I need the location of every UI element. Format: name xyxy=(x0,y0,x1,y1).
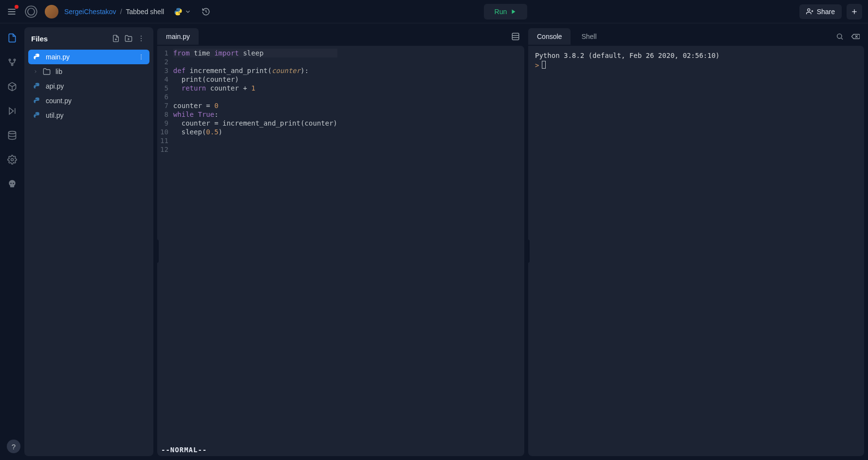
sidebar-nav xyxy=(0,23,24,460)
file-icon xyxy=(7,33,17,43)
notification-dot xyxy=(15,5,18,9)
history-icon xyxy=(202,7,210,16)
resize-handle-console[interactable] xyxy=(526,239,530,263)
svg-line-30 xyxy=(841,38,843,39)
code-area[interactable]: from time import sleep def increment_and… xyxy=(173,46,337,456)
gear-icon xyxy=(7,155,17,165)
help-button[interactable]: ? xyxy=(7,440,20,453)
file-item-util[interactable]: util.py xyxy=(28,108,149,123)
editor-tab-main[interactable]: main.py xyxy=(157,28,199,45)
clear-icon xyxy=(851,33,860,40)
files-title: Files xyxy=(31,35,109,43)
console-prompt: > xyxy=(535,61,539,69)
nav-packages[interactable] xyxy=(4,79,20,94)
tab-console[interactable]: Console xyxy=(528,28,571,45)
svg-rect-26 xyxy=(512,33,519,40)
file-item-api[interactable]: api.py xyxy=(28,79,149,93)
chevron-down-icon xyxy=(185,8,191,15)
svg-point-4 xyxy=(807,9,810,11)
svg-point-8 xyxy=(14,59,15,60)
python-file-icon xyxy=(33,53,41,61)
skull-icon xyxy=(7,179,17,189)
share-button[interactable]: Share xyxy=(799,4,842,19)
console-prompt-line: > xyxy=(535,60,857,70)
svg-point-7 xyxy=(9,59,10,60)
line-gutter: 123456789101112 xyxy=(157,46,173,456)
python-icon xyxy=(174,7,183,16)
nav-files[interactable] xyxy=(4,30,20,46)
console-search-button[interactable] xyxy=(834,31,846,42)
git-branch-icon xyxy=(7,57,17,67)
console-tabs: Console Shell xyxy=(528,27,864,46)
svg-point-20 xyxy=(141,36,142,37)
editor-body[interactable]: 123456789101112 from time import sleep d… xyxy=(157,46,524,456)
share-icon xyxy=(806,8,813,15)
nav-database[interactable] xyxy=(4,128,20,143)
nav-version-control[interactable] xyxy=(4,55,20,70)
file-name: api.py xyxy=(46,82,64,90)
svg-point-15 xyxy=(11,159,14,161)
svg-point-22 xyxy=(141,40,142,41)
package-icon xyxy=(7,82,17,92)
new-folder-icon xyxy=(125,35,132,42)
database-icon xyxy=(7,130,17,140)
svg-point-24 xyxy=(141,56,142,57)
tab-shell[interactable]: Shell xyxy=(573,28,605,45)
menu-button[interactable] xyxy=(6,6,18,18)
console-banner: Python 3.8.2 (default, Feb 26 2020, 02:5… xyxy=(535,51,857,60)
breadcrumb-user[interactable]: SergeiChestakov xyxy=(64,8,116,16)
main-content: Files main.py lib xyxy=(0,23,868,460)
file-item-count[interactable]: count.py xyxy=(28,93,149,108)
svg-point-23 xyxy=(141,55,142,55)
nav-settings[interactable] xyxy=(4,152,20,167)
app-header: SergeiChestakov / Tabbed shell Run Share xyxy=(0,0,868,23)
more-vertical-icon xyxy=(137,35,145,42)
nav-secrets[interactable] xyxy=(4,176,20,192)
new-folder-button[interactable] xyxy=(123,33,134,44)
file-name: util.py xyxy=(46,111,64,119)
svg-point-21 xyxy=(141,38,142,39)
console-body[interactable]: Python 3.8.2 (default, Feb 26 2020, 02:5… xyxy=(528,46,864,456)
python-file-icon xyxy=(33,82,41,90)
console-cursor xyxy=(542,61,546,69)
console-clear-button[interactable] xyxy=(850,31,861,42)
file-tree: main.py lib api.py count.py util.py xyxy=(24,50,153,123)
python-file-icon xyxy=(33,111,41,119)
nav-debugger[interactable] xyxy=(4,103,20,119)
run-button[interactable]: Run xyxy=(484,4,528,19)
vim-status: --NORMAL-- xyxy=(157,443,524,456)
editor-tabs: main.py xyxy=(157,27,524,46)
history-button[interactable] xyxy=(200,6,212,18)
new-file-button[interactable] xyxy=(111,33,121,44)
editor-layout-button[interactable] xyxy=(510,31,521,42)
debugger-icon xyxy=(7,106,17,116)
resize-handle-left[interactable] xyxy=(157,239,159,263)
new-file-icon xyxy=(112,35,120,42)
svg-point-14 xyxy=(9,131,16,134)
svg-point-9 xyxy=(11,64,13,65)
new-button[interactable] xyxy=(847,4,862,19)
python-file-icon xyxy=(33,97,41,105)
svg-point-25 xyxy=(141,58,142,59)
breadcrumb: SergeiChestakov / Tabbed shell xyxy=(64,8,164,16)
folder-name: lib xyxy=(55,68,62,75)
search-icon xyxy=(836,33,844,40)
file-item-main[interactable]: main.py xyxy=(28,50,149,64)
header-center: Run xyxy=(218,4,794,19)
plus-icon xyxy=(850,8,858,16)
folder-item-lib[interactable]: lib xyxy=(28,64,149,79)
header-right: Share xyxy=(799,4,862,19)
breadcrumb-project[interactable]: Tabbed shell xyxy=(126,8,165,16)
file-options-button[interactable] xyxy=(138,54,145,60)
replit-logo-icon xyxy=(24,5,38,18)
files-panel: Files main.py lib xyxy=(24,27,153,456)
language-selector[interactable] xyxy=(174,7,191,16)
editor-column: main.py 123456789101112 from time import… xyxy=(157,27,524,456)
run-button-label: Run xyxy=(495,8,507,16)
user-avatar[interactable] xyxy=(45,5,58,18)
chevron-right-icon xyxy=(33,69,38,74)
files-more-button[interactable] xyxy=(136,33,147,44)
svg-point-29 xyxy=(837,34,842,38)
app-logo[interactable] xyxy=(23,4,39,19)
file-name: main.py xyxy=(46,53,70,61)
